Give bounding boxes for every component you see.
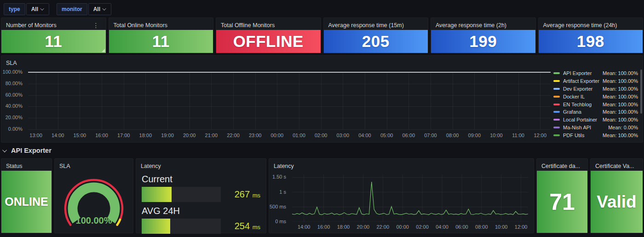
section-row-api-exporter[interactable]: API Exporter <box>4 145 644 156</box>
variable-dropdown-monitor[interactable]: All <box>88 3 111 15</box>
legend-color-swatch <box>553 80 560 82</box>
legend-row: Docker ILMean: 100.00% <box>553 92 638 100</box>
chevron-down-icon <box>102 6 106 10</box>
legend-series-mean: Mean: 100.00% <box>603 94 638 99</box>
stat-value: 205 <box>324 30 428 53</box>
panel-title-cert-days[interactable]: Certificate da... <box>541 163 580 169</box>
panel-title[interactable]: Average response time (15m) <box>328 22 404 29</box>
legend-series-mean: Mean: 100.00% <box>603 102 638 107</box>
grafana-dashboard: typeAllmonitorAll Number of Monitors⋮11T… <box>0 0 644 237</box>
certificate-days-panel: Certificate da... 71 <box>536 158 588 233</box>
legend-color-swatch <box>553 119 560 121</box>
panel-title-latency-bars[interactable]: Latency <box>141 163 161 169</box>
api-exporter-row: Status ONLINE SLA 100.00% Latency Curren… <box>1 158 643 233</box>
legend-color-swatch <box>553 96 560 98</box>
stat-value: 199 <box>431 30 535 53</box>
certificate-validity-value: Valid <box>591 171 643 233</box>
dashboard-filters: typeAllmonitorAll <box>0 0 644 17</box>
panel-title-sla[interactable]: SLA <box>6 60 17 66</box>
legend-row: Local PortainerMean: 100.00% <box>553 116 638 124</box>
bar-gauge-fill <box>142 187 172 202</box>
stat-panel: Average response time (24h)198 <box>538 17 644 53</box>
stat-value: 11 <box>1 30 106 53</box>
certificate-validity-panel: Certificate Va... Valid <box>590 158 643 233</box>
chevron-down-icon <box>2 148 7 152</box>
legend-series-name[interactable]: Ma-Nish API <box>563 125 608 130</box>
variable-dropdown-type[interactable]: All <box>26 3 49 15</box>
legend-row: EN TechblogMean: 100.00% <box>553 100 638 108</box>
legend-color-swatch <box>553 104 560 105</box>
bar-gauge-label: Current <box>142 174 260 185</box>
certificate-days-value: 71 <box>537 171 587 233</box>
bar-gauge-track <box>142 187 221 202</box>
panel-title-cert-validity[interactable]: Certificate Va... <box>595 163 634 169</box>
legend-color-swatch <box>553 111 560 113</box>
legend-scrollbar[interactable] <box>640 69 642 114</box>
status-panel: Status ONLINE <box>1 158 52 233</box>
section-title: API Exporter <box>11 147 52 154</box>
panel-title-status[interactable]: Status <box>6 163 22 169</box>
legend-row: GrafanaMean: 100.00% <box>553 108 638 116</box>
sla-panel: SLA 0.00%20.00%40.00%60.00%80.00%100.00%… <box>1 55 643 143</box>
variable-label-monitor: monitor <box>57 3 87 15</box>
latency-bars-panel: Latency Current267 msAVG 24H254 ms <box>136 158 266 233</box>
legend-series-name[interactable]: API Exporter <box>563 70 603 76</box>
bar-gauge-fill <box>142 219 170 234</box>
legend-row: PDF UtilsMean: 100.00% <box>553 131 638 139</box>
panel-menu-icon[interactable]: ⋮ <box>91 23 101 28</box>
sla-chart-plot[interactable] <box>28 72 551 129</box>
legend-series-name[interactable]: Artifact Exporter <box>563 78 603 84</box>
stat-value: 11 <box>109 30 213 53</box>
legend-series-name[interactable]: Docker IL <box>563 94 603 99</box>
sla-y-axis: 0.00%20.00%40.00%60.00%80.00%100.00% <box>1 72 25 129</box>
panel-title[interactable]: Average response time (2h) <box>436 22 506 29</box>
sla-x-axis: 13:0014:0015:0016:0017:0018:0019:0020:00… <box>28 133 551 139</box>
legend-series-mean: Mean: 100.00% <box>603 133 638 138</box>
stat-panel: Number of Monitors⋮11 <box>1 17 106 53</box>
panel-title[interactable]: Average response time (24h) <box>543 22 617 29</box>
latency-y-axis: 0 ms500 ms1 s1.50 s <box>269 174 289 222</box>
legend-color-swatch <box>553 134 560 136</box>
sla-legend: API ExporterMean: 100.00%Artifact Export… <box>553 69 638 139</box>
legend-series-mean: Mean: 100.00% <box>603 109 638 115</box>
bar-gauge-value: 267 ms <box>221 189 260 200</box>
bar-gauge-value: 254 ms <box>221 221 260 231</box>
bar-gauge-track <box>142 219 221 234</box>
sla-gauge-panel: SLA 100.00% <box>54 158 133 233</box>
legend-series-name[interactable]: Grafana <box>563 109 603 115</box>
legend-series-mean: Mean: 100.00% <box>603 70 638 76</box>
sla-gauge: 100.00% <box>55 172 133 231</box>
chevron-down-icon <box>40 6 44 10</box>
resize-handle[interactable] <box>102 49 105 52</box>
panel-title-latency-chart[interactable]: Latency <box>274 163 294 169</box>
legend-series-name[interactable]: PDF Utils <box>563 133 603 138</box>
stat-value: 198 <box>539 30 643 53</box>
panel-title-sla-gauge[interactable]: SLA <box>59 163 70 169</box>
latency-bar-gauges: Current267 msAVG 24H254 ms <box>136 171 266 234</box>
stat-panel: Total Online Monitors11 <box>109 17 214 53</box>
legend-row: Dev ExporterMean: 100.00% <box>553 85 638 93</box>
legend-series-name[interactable]: Dev Exporter <box>563 86 603 92</box>
gauge-value: 100.00% <box>76 215 112 225</box>
legend-series-name[interactable]: EN Techblog <box>563 102 603 107</box>
legend-row: Ma-Nish APIMean: 0.00% <box>553 124 638 132</box>
stat-panel: Average response time (15m)205 <box>323 17 429 53</box>
legend-color-swatch <box>553 88 560 90</box>
panel-title[interactable]: Number of Monitors <box>6 22 57 29</box>
legend-row: Artifact ExporterMean: 100.00% <box>553 77 638 85</box>
legend-color-swatch <box>553 127 560 128</box>
latency-chart-panel: Latency 0 ms500 ms1 s1.50 s 14:0016:0018… <box>269 158 534 233</box>
legend-series-mean: Mean: 100.00% <box>603 78 638 84</box>
legend-series-mean: Mean: 100.00% <box>603 86 638 92</box>
bar-gauge-label: AVG 24H <box>142 206 260 216</box>
legend-color-swatch <box>553 72 560 74</box>
legend-series-mean: Mean: 100.00% <box>603 117 638 122</box>
variable-label-type: type <box>4 3 25 15</box>
legend-series-name[interactable]: Local Portainer <box>563 117 603 122</box>
legend-series-mean: Mean: 0.00% <box>608 125 638 130</box>
latency-timeseries[interactable] <box>292 174 528 222</box>
panel-title[interactable]: Total Offline Monitors <box>221 22 275 29</box>
panel-title[interactable]: Total Online Monitors <box>114 22 167 29</box>
stat-panel: Total Offline MonitorsOFFLINE <box>216 17 321 53</box>
legend-row: API ExporterMean: 100.00% <box>553 69 638 77</box>
